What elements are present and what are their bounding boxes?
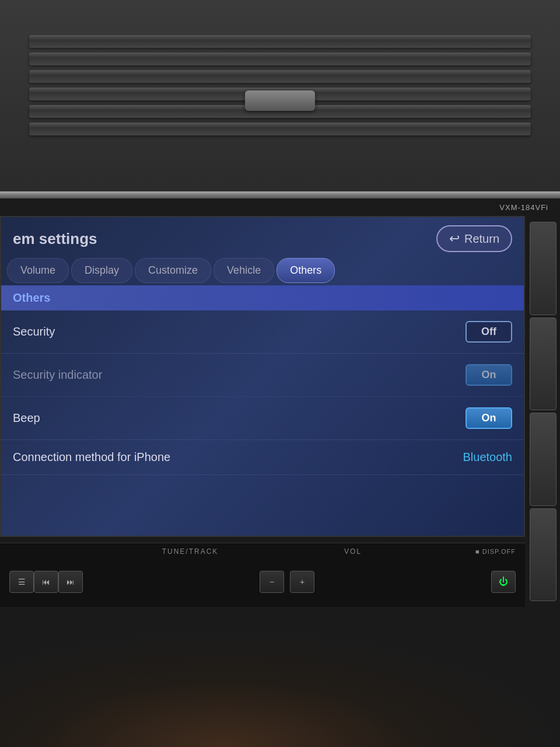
vent-handle <box>245 90 315 111</box>
bottom-area <box>0 607 560 747</box>
return-label: Return <box>464 232 499 246</box>
side-button-2[interactable] <box>530 317 556 411</box>
side-button-1[interactable] <box>530 222 556 315</box>
prev-track-icon: ⏮ <box>42 577 50 587</box>
power-icon: ⏻ <box>499 577 508 587</box>
controls-bar: TUNE/TRACK VOL ■ DISP.OFF ☰ ⏮ ⏭ − <box>0 543 525 607</box>
security-indicator-label: Security indicator <box>13 368 102 382</box>
tab-volume[interactable]: Volume <box>7 258 69 283</box>
vent-slat-1 <box>29 35 531 48</box>
disp-off-label: ■ DISP.OFF <box>475 548 516 555</box>
beep-label: Beep <box>13 411 40 425</box>
settings-section: Others Security Off Security indicator O… <box>1 285 524 475</box>
connection-label: Connection method for iPhone <box>13 451 170 464</box>
page-title: em settings <box>13 230 97 248</box>
next-track-icon: ⏭ <box>66 577 75 587</box>
section-header: Others <box>1 285 524 310</box>
vol-down-icon: − <box>270 577 274 587</box>
vol-up-icon: + <box>300 577 304 587</box>
tab-customize[interactable]: Customize <box>135 258 211 283</box>
tab-bar: Volume Display Customize Vehicle Others <box>1 258 524 283</box>
security-indicator-toggle[interactable]: On <box>466 364 512 386</box>
tab-others[interactable]: Others <box>276 258 335 283</box>
tab-display[interactable]: Display <box>71 258 132 283</box>
return-arrow-icon: ↩ <box>449 231 460 246</box>
tab-vehicle[interactable]: Vehicle <box>214 258 274 283</box>
screen-header: em settings ↩ Return <box>1 217 524 258</box>
vent-slat-2 <box>29 53 531 65</box>
security-label: Security <box>13 325 55 338</box>
side-buttons <box>526 216 560 607</box>
controls-bottom: ☰ ⏮ ⏭ − + ⏻ <box>0 556 525 607</box>
setting-row-security: Security Off <box>1 310 524 354</box>
side-button-3[interactable] <box>530 413 556 506</box>
power-button[interactable]: ⏻ <box>491 571 516 593</box>
vol-down-button[interactable]: − <box>260 571 284 593</box>
security-toggle[interactable]: Off <box>466 321 512 343</box>
vol-label: VOL <box>344 547 362 556</box>
head-unit: VXM-184VFi em settings ↩ Return Volume D… <box>0 198 560 607</box>
setting-row-connection: Connection method for iPhone Bluetooth <box>1 440 524 475</box>
vent-area <box>0 0 560 198</box>
prev-track-button[interactable]: ⏮ <box>34 571 58 593</box>
beep-toggle[interactable]: On <box>466 407 512 429</box>
return-button[interactable]: ↩ Return <box>436 225 512 252</box>
hand-shadow <box>0 630 560 747</box>
vent-slats <box>29 35 531 140</box>
side-button-4[interactable] <box>530 508 556 602</box>
next-track-button[interactable]: ⏭ <box>58 571 83 593</box>
screen: em settings ↩ Return Volume Display Cust… <box>0 216 525 537</box>
setting-row-security-indicator: Security indicator On <box>1 354 524 397</box>
model-label: VXM-184VFi <box>499 203 548 212</box>
vent-slat-3 <box>29 70 531 83</box>
tune-track-label: TUNE/TRACK <box>162 547 219 556</box>
connection-value[interactable]: Bluetooth <box>463 451 512 464</box>
vol-up-button[interactable]: + <box>290 571 314 593</box>
menu-button[interactable]: ☰ <box>9 571 34 593</box>
chrome-strip <box>0 191 560 198</box>
menu-icon: ☰ <box>18 577 26 587</box>
vent-slat-6 <box>29 123 531 135</box>
setting-row-beep: Beep On <box>1 397 524 440</box>
